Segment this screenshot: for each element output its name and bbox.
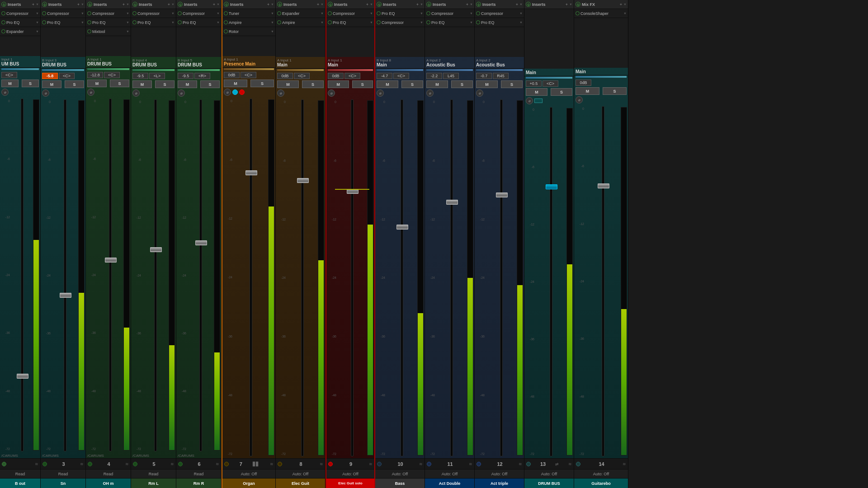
phase-btn-8[interactable]: ⌀ — [328, 89, 335, 97]
plugin-slot-9-2[interactable]: Compressor ▼ — [375, 18, 425, 27]
plugin-slot-10-1[interactable]: Compressor ▼ — [425, 9, 474, 18]
plugin-power-6-3[interactable] — [224, 29, 228, 33]
plugin-power-10-1[interactable] — [426, 11, 430, 15]
plugin-power-1-1[interactable] — [1, 11, 5, 15]
solo-btn-12[interactable]: S — [551, 88, 572, 96]
plugin-power-3-3[interactable] — [87, 29, 91, 33]
plugin-power-2-2[interactable] — [42, 20, 46, 24]
pan-value-5b[interactable]: <R> — [194, 73, 210, 79]
power-btn-13[interactable]: ⏻ — [576, 2, 580, 7]
pan-value-8a[interactable]: 0dB — [328, 73, 344, 79]
inserts-bar-2[interactable]: ⏻ Inserts + ▼ — [41, 0, 85, 9]
power-btn-2[interactable]: ⏻ — [42, 2, 47, 7]
pan-value-11a[interactable]: -0.7 — [476, 73, 492, 79]
plugin-slot-1-2[interactable]: Pro EQ ▼ — [0, 18, 40, 27]
plugin-slot-6-2[interactable]: Ampire ▼ — [222, 18, 275, 27]
phase-btn-7[interactable]: ⌀ — [277, 89, 284, 97]
power-btn-7[interactable]: ⏻ — [277, 2, 282, 7]
pan-value-12a[interactable]: +0.5 — [526, 80, 542, 87]
plugin-power-3-1[interactable] — [87, 11, 91, 15]
pan-value-2a[interactable]: -5.8 — [42, 73, 58, 79]
solo-btn-1[interactable]: S — [22, 80, 39, 87]
mute-btn-13[interactable]: M — [576, 87, 599, 95]
plugin-slot-3-1[interactable]: Compressor ▼ — [86, 9, 131, 18]
fader-thumb-3[interactable] — [105, 258, 117, 263]
fader-thumb-5[interactable] — [195, 240, 207, 245]
plugin-slot-4-2[interactable]: Pro EQ ▼ — [131, 18, 176, 27]
fader-thumb-12[interactable] — [546, 184, 557, 189]
phase-btn-6[interactable]: ⌀ — [224, 89, 231, 96]
inserts-bar-10[interactable]: ⏻ Inserts + ▼ — [425, 0, 474, 9]
add-insert-1[interactable]: + — [32, 2, 34, 7]
inserts-bar-8[interactable]: ⏻ Inserts + ▼ — [326, 0, 374, 9]
plugin-slot-11-2[interactable]: Pro EQ ▼ — [475, 18, 524, 27]
mute-btn-4[interactable]: M — [132, 80, 152, 88]
pan-value-2b[interactable]: <C> — [59, 73, 75, 79]
phase-btn-9[interactable]: ⌀ — [377, 89, 384, 97]
inserts-bar-11[interactable]: ⏻ Inserts + ▼ — [475, 0, 524, 9]
power-btn-10[interactable]: ⏻ — [426, 2, 431, 7]
pan-value-6b[interactable]: <C> — [241, 72, 256, 78]
plugin-power-3-2[interactable] — [87, 20, 91, 24]
pan-value-4b[interactable]: <L> — [149, 73, 165, 79]
pan-value-3a[interactable]: -12.8 — [87, 72, 103, 78]
plugin-slot-2-1[interactable]: Compressor ▼ — [41, 9, 85, 18]
plugin-slot-6-3[interactable]: Rotor ▼ — [222, 27, 275, 36]
add-insert-6[interactable]: + — [267, 2, 269, 7]
plugin-slot-3-2[interactable]: Pro EQ ▼ — [86, 18, 131, 27]
pan-value-10a[interactable]: -2.2 — [426, 73, 442, 79]
pan-value-3b[interactable]: <C> — [104, 72, 120, 78]
mute-btn-1[interactable]: M — [1, 80, 19, 87]
pan-value-7a[interactable]: 0dB — [277, 73, 293, 79]
mute-btn-10[interactable]: M — [426, 80, 448, 88]
solo-btn-5[interactable]: S — [200, 80, 220, 88]
plugin-power-1-3[interactable] — [1, 29, 5, 33]
pan-value-8b[interactable]: <C> — [344, 73, 360, 79]
plugin-slot-11-1[interactable]: Compressor ▼ — [475, 9, 524, 18]
power-btn-1[interactable]: ⏻ — [1, 2, 6, 7]
add-insert-9[interactable]: + — [416, 2, 419, 7]
add-insert-10[interactable]: + — [466, 2, 468, 7]
fader-thumb-13[interactable] — [598, 183, 609, 188]
power-btn-11[interactable]: ⏻ — [476, 2, 481, 7]
add-insert-7[interactable]: + — [317, 2, 319, 7]
plugin-slot-2-2[interactable]: Pro EQ ▼ — [41, 18, 85, 27]
phase-btn-2[interactable]: ⌀ — [42, 89, 49, 97]
plugin-slot-7-1[interactable]: Expander ▼ — [276, 9, 325, 18]
add-insert-11[interactable]: + — [516, 2, 518, 7]
plugin-slot-5-2[interactable]: Pro EQ ▼ — [176, 18, 221, 27]
power-btn-5[interactable]: ⏻ — [178, 2, 183, 7]
fader-thumb-2[interactable] — [60, 293, 71, 298]
plugin-power-8-1[interactable] — [328, 11, 332, 15]
toggle-12[interactable] — [534, 99, 542, 103]
solo-btn-11[interactable]: S — [501, 80, 523, 88]
pan-value-13a[interactable]: 0dB — [576, 80, 591, 86]
plugin-power-5-1[interactable] — [178, 11, 182, 15]
solo-btn-7[interactable]: S — [302, 80, 324, 88]
add-insert-8[interactable]: + — [366, 2, 368, 7]
fader-thumb-7[interactable] — [297, 178, 309, 183]
solo-btn-6[interactable]: S — [250, 80, 274, 87]
power-btn-12[interactable]: ⏻ — [526, 2, 531, 7]
plugin-slot-5-1[interactable]: Compressor ▼ — [176, 9, 221, 18]
pan-value-10b[interactable]: L45 — [443, 73, 459, 79]
solo-btn-10[interactable]: S — [451, 80, 473, 88]
mute-btn-5[interactable]: M — [178, 80, 197, 88]
add-insert-13[interactable]: + — [620, 2, 622, 7]
phase-btn-12[interactable]: ⌀ — [526, 97, 533, 104]
add-insert-12[interactable]: + — [566, 2, 568, 7]
solo-btn-8[interactable]: S — [352, 80, 373, 88]
plugin-slot-4-1[interactable]: Compressor ▼ — [131, 9, 176, 18]
plugin-power-11-1[interactable] — [476, 11, 480, 15]
plugin-slot-8-1[interactable]: Compressor ▼ — [326, 9, 374, 18]
add-insert-3[interactable]: + — [123, 2, 125, 7]
inserts-bar-5[interactable]: ⏻ Inserts + ▼ — [176, 0, 221, 9]
plugin-slot-1-3[interactable]: Expander ▼ — [0, 27, 40, 36]
solo-btn-4[interactable]: S — [155, 80, 175, 88]
fader-thumb-1[interactable] — [17, 374, 28, 379]
plugin-power-6-1[interactable] — [224, 11, 228, 15]
phase-btn-13[interactable]: ⌀ — [576, 96, 583, 103]
power-btn-3[interactable]: ⏻ — [87, 2, 92, 7]
plugin-slot-7-2[interactable]: Ampire ▼ — [276, 18, 325, 27]
solo-btn-13[interactable]: S — [603, 87, 627, 95]
